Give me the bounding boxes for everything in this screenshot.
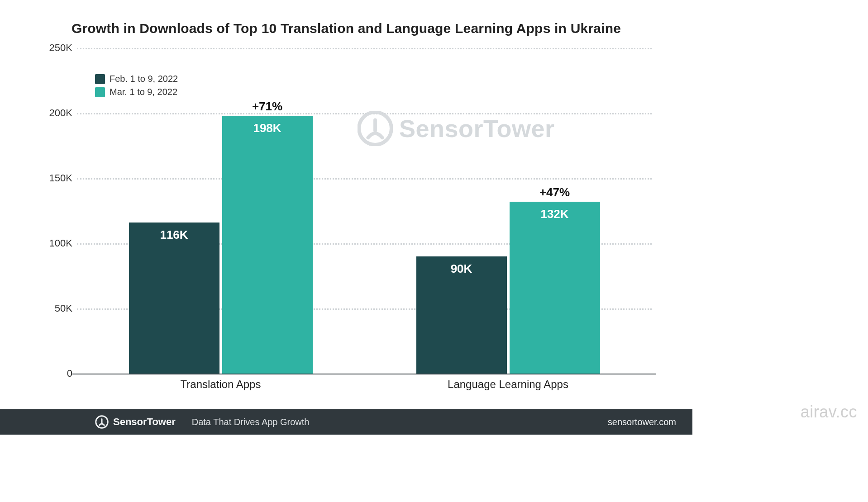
- chart-card: Growth in Downloads of Top 10 Translatio…: [0, 0, 692, 502]
- footer-site: sensortower.com: [608, 417, 676, 427]
- bar-value-label: 198K: [222, 121, 313, 135]
- footer-bar: SensorTower Data That Drives App Growth …: [0, 409, 692, 435]
- bar: 132K+47%: [510, 202, 600, 374]
- y-tick-label: 200K: [36, 107, 72, 119]
- sensortower-logo-icon: [95, 415, 109, 429]
- growth-label: +71%: [222, 99, 313, 114]
- y-tick-label: 100K: [36, 237, 72, 249]
- growth-label: +47%: [510, 185, 600, 199]
- bar-value-label: 116K: [129, 228, 219, 242]
- y-tick-label: 150K: [36, 172, 72, 184]
- chart-title: Growth in Downloads of Top 10 Translatio…: [0, 21, 692, 36]
- stage: Growth in Downloads of Top 10 Translatio…: [0, 0, 868, 502]
- plot-area: 116K198K+71%90K132K+47%: [77, 48, 652, 374]
- bar: 116K: [129, 223, 219, 374]
- bar: 198K+71%: [222, 116, 313, 374]
- bar-value-label: 90K: [416, 262, 507, 276]
- y-tick-label: 250K: [36, 42, 72, 54]
- y-tick-label: 50K: [36, 303, 72, 314]
- x-axis-line: [72, 374, 656, 374]
- y-tick-label: 0: [36, 368, 72, 379]
- bar-value-label: 132K: [510, 207, 600, 221]
- footer-brand-text: SensorTower: [113, 416, 176, 428]
- bar: 90K: [416, 256, 507, 374]
- page-watermark: airav.cc: [801, 403, 857, 421]
- footer-tagline: Data That Drives App Growth: [192, 417, 310, 427]
- category-label: Language Learning Apps: [364, 378, 652, 391]
- category-label: Translation Apps: [77, 378, 364, 391]
- footer-brand: SensorTower: [95, 415, 176, 429]
